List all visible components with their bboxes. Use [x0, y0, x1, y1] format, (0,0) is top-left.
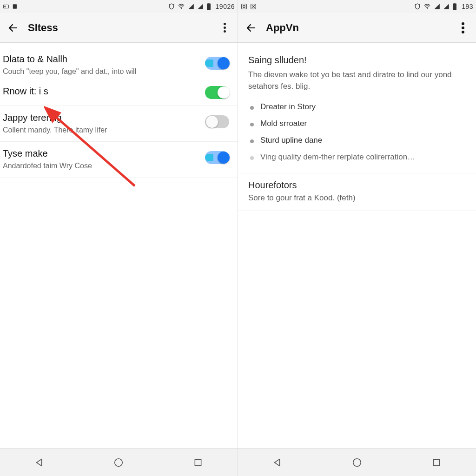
dot-icon	[462, 31, 464, 33]
svg-point-12	[427, 8, 428, 9]
setting-title: Dlata to & Nallh	[3, 54, 199, 65]
overflow-menu-button[interactable]	[218, 21, 231, 34]
page-title: AppVn	[266, 22, 299, 34]
bullet-icon	[250, 123, 254, 126]
toggle-switch[interactable]	[205, 57, 229, 70]
toggle-switch[interactable]	[205, 151, 229, 164]
svg-point-3	[181, 8, 182, 9]
shield-icon	[414, 3, 421, 10]
setting-row-data-nallh[interactable]: Dlata to & Nallh Couch "teep you, fage" …	[0, 47, 238, 83]
circle-home-icon	[113, 457, 124, 468]
section-description: Sore to gour frat a Kood. (feth)	[248, 192, 466, 204]
setting-title: Rnow it: i s	[3, 86, 199, 97]
status-bar: 19026	[0, 0, 238, 13]
bullet-icon	[250, 156, 254, 160]
circle-home-icon	[352, 457, 362, 468]
back-button[interactable]	[7, 21, 20, 34]
signal-icon	[434, 3, 440, 10]
list-item-label: Ving quality dem-ther rerplate colirerra…	[260, 152, 415, 162]
triangle-back-icon	[34, 457, 45, 468]
setting-subtitle: Collent mandy. There itamy lifer	[3, 125, 199, 135]
svg-rect-2	[13, 4, 17, 8]
status-time: 193	[462, 3, 473, 10]
toggle-switch[interactable]	[205, 86, 229, 99]
arrow-left-icon	[245, 22, 257, 33]
setting-row-rnow-it[interactable]: Rnow it: i s	[0, 83, 238, 106]
wifi-icon	[423, 3, 431, 10]
section-description: The dieven wake tot yo be tast and dirat…	[248, 69, 466, 92]
list-item-label: Mold srroater	[260, 119, 307, 128]
nav-back-button[interactable]	[30, 453, 49, 472]
battery-icon	[206, 3, 211, 10]
info-content: Saing slluden! The dieven wake tot yo be…	[238, 43, 476, 448]
list-item[interactable]: Ving quality dem-ther rerplate colirerra…	[250, 149, 466, 165]
app-bar: AppVn	[238, 13, 476, 43]
overflow-menu-button[interactable]	[456, 21, 469, 34]
list-item-label: Dreater in Story	[260, 102, 316, 112]
svg-rect-9	[242, 4, 247, 9]
page-title: Sltess	[28, 22, 58, 34]
system-nav-bar	[238, 448, 476, 476]
section-title: Hourefotors	[248, 180, 466, 191]
svg-rect-13	[453, 4, 456, 10]
settings-list: Dlata to & Nallh Couch "teep you, fage" …	[0, 43, 238, 448]
list-item[interactable]: Sturd upline dane	[250, 132, 466, 149]
svg-point-7	[115, 458, 123, 466]
svg-rect-16	[433, 459, 439, 465]
setting-title: Jappy terering	[3, 112, 199, 123]
signal-icon	[443, 3, 450, 10]
nav-home-button[interactable]	[348, 453, 366, 472]
svg-rect-8	[195, 459, 201, 465]
setting-subtitle: Couch "teep you, fage" and dat., into wi…	[3, 66, 199, 77]
setting-row-tyse-make[interactable]: Tyse make Andardofed taim Wry Cose	[0, 142, 238, 178]
list-item[interactable]: Dreater in Story	[250, 99, 466, 115]
nav-back-button[interactable]	[268, 453, 287, 472]
dot-icon	[462, 22, 464, 25]
info-section-saing-slluden: Saing slluden! The dieven wake tot yo be…	[238, 47, 476, 165]
dot-icon	[462, 26, 464, 29]
svg-rect-1	[5, 6, 6, 7]
nav-home-button[interactable]	[109, 453, 128, 472]
square-recents-icon	[193, 458, 203, 467]
system-nav-bar	[0, 448, 238, 476]
svg-point-10	[243, 6, 245, 8]
svg-rect-14	[454, 3, 456, 4]
right-phone-pane: 193 AppVn Saing slluden! The dieven wake…	[238, 0, 476, 476]
feature-list: Dreater in Story Mold srroater Sturd upl…	[248, 99, 466, 165]
triangle-back-icon	[272, 457, 283, 468]
arrow-left-icon	[7, 22, 19, 33]
status-time: 19026	[216, 3, 235, 10]
signal-icon	[188, 3, 194, 10]
nav-recents-button[interactable]	[189, 453, 207, 472]
battery-icon	[452, 3, 457, 10]
svg-rect-4	[207, 4, 211, 10]
left-phone-pane: 19026 Sltess Dlata to & Nallh Couch "tee…	[0, 0, 238, 476]
notification-icon	[250, 3, 257, 10]
bullet-icon	[250, 139, 254, 143]
nav-recents-button[interactable]	[427, 453, 446, 472]
bullet-icon	[250, 106, 254, 110]
setting-row-jappy-terering[interactable]: Jappy terering Collent mandy. There itam…	[0, 106, 238, 142]
section-title: Saing slluden!	[248, 55, 466, 66]
list-item-label: Sturd upline dane	[260, 136, 322, 145]
notification-icon	[241, 3, 247, 10]
status-bar: 193	[238, 0, 476, 13]
dot-icon	[224, 30, 226, 33]
setting-subtitle: Andardofed taim Wry Cose	[3, 161, 199, 171]
setting-title: Tyse make	[3, 148, 199, 159]
back-button[interactable]	[245, 21, 258, 34]
notification-icon	[12, 3, 19, 10]
list-item[interactable]: Mold srroater	[250, 115, 466, 132]
shield-icon	[168, 3, 175, 10]
info-section-hourefotors[interactable]: Hourefotors Sore to gour frat a Kood. (f…	[238, 173, 476, 211]
wifi-icon	[178, 3, 185, 10]
toggle-switch[interactable]	[205, 115, 229, 128]
signal-icon	[197, 3, 204, 10]
svg-point-15	[353, 458, 361, 466]
svg-rect-5	[208, 3, 209, 4]
dot-icon	[224, 23, 226, 25]
notification-icon	[3, 3, 9, 10]
svg-rect-0	[4, 5, 9, 8]
app-bar: Sltess	[0, 13, 238, 43]
square-recents-icon	[432, 458, 441, 467]
